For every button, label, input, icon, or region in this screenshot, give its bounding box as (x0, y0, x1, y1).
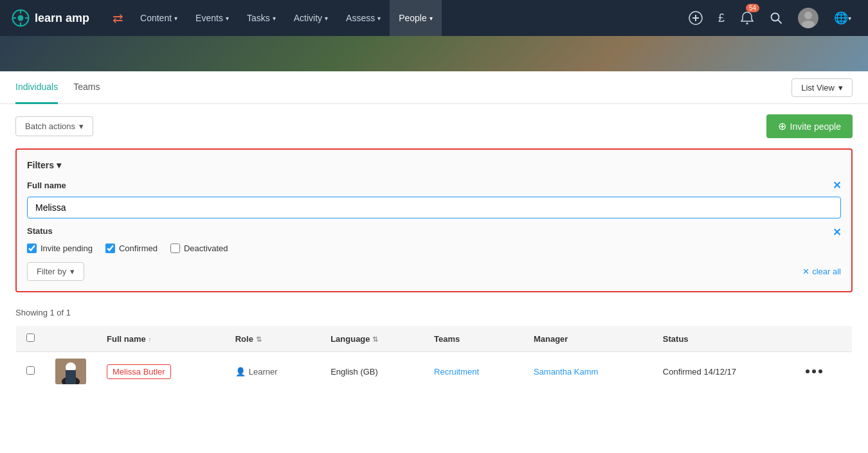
row-checkbox-cell (16, 352, 46, 391)
status-filter: Status ✕ Invite pending Confirmed Deacti… (27, 226, 841, 253)
invite-pending-label[interactable]: Invite pending (27, 244, 93, 253)
full-name-filter: Full name ✕ (27, 179, 841, 218)
batch-actions-button[interactable]: Batch actions ▾ (15, 116, 93, 136)
filters-caret-icon: ▾ (57, 160, 61, 170)
row-teams-cell: Recruitment (424, 352, 523, 391)
clear-all-x-icon: ✕ (802, 267, 809, 276)
tabs-left: Individuals Teams (15, 71, 115, 103)
clear-all-button[interactable]: ✕ clear all (802, 267, 841, 276)
confirmed-label[interactable]: Confirmed (105, 244, 158, 253)
select-all-checkbox[interactable] (26, 333, 35, 342)
list-view-button[interactable]: List View ▾ (791, 78, 853, 97)
svg-rect-17 (66, 370, 76, 384)
avatar[interactable] (791, 0, 825, 36)
brand-name: learn amp (35, 12, 89, 25)
nav-item-activity[interactable]: Activity ▾ (285, 0, 337, 36)
currency-icon[interactable]: £ (712, 0, 731, 36)
table-header-row: Full name ↑ Role ⇅ Language ⇅ Teams Mana… (16, 326, 853, 352)
plus-circle-icon: ⊕ (778, 120, 786, 132)
globe-icon[interactable]: 🌐 ▾ (827, 0, 858, 36)
nav-item-tasks[interactable]: Tasks ▾ (238, 0, 285, 36)
person-name-link[interactable]: Melissa Butler (107, 364, 171, 379)
showing-text: Showing 1 of 1 (15, 303, 853, 325)
notification-badge: 54 (746, 4, 759, 12)
row-select-checkbox[interactable] (26, 366, 35, 375)
action-dot-1 (806, 369, 809, 373)
team-link[interactable]: Recruitment (434, 367, 479, 377)
caret-icon: ▾ (79, 121, 84, 131)
row-manager-cell: Samantha Kamm (523, 352, 653, 391)
language-sort-icon: ⇅ (372, 335, 378, 343)
status-header: Status (653, 326, 795, 352)
role-header[interactable]: Role ⇅ (225, 326, 320, 352)
navbar: learn amp ⇄ Content ▾ Events ▾ Tasks ▾ A… (0, 0, 868, 36)
nav-right: £ 54 🌐 ▾ (682, 0, 858, 36)
invite-people-button[interactable]: ⊕ Invite people (766, 114, 853, 138)
invite-pending-checkbox[interactable] (27, 244, 37, 253)
tabs-bar: Individuals Teams List View ▾ (0, 71, 868, 104)
notifications-icon[interactable]: 54 (734, 0, 761, 36)
svg-point-12 (804, 12, 812, 19)
tab-teams[interactable]: Teams (73, 71, 100, 104)
full-name-label: Full name ✕ (27, 179, 841, 191)
content-area: Individuals Teams List View ▾ Batch acti… (0, 71, 868, 453)
full-name-sort-icon: ↑ (148, 335, 152, 343)
tab-individuals[interactable]: Individuals (15, 71, 58, 104)
filters-header[interactable]: Filters ▾ (27, 160, 841, 170)
role-sort-icon: ⇅ (256, 335, 262, 343)
nav-item-content[interactable]: Content ▾ (131, 0, 186, 36)
brand[interactable]: learn amp (10, 8, 89, 28)
row-actions-menu[interactable] (806, 369, 842, 373)
filter-footer: Filter by ▾ ✕ clear all (27, 262, 841, 281)
status-checkboxes: Invite pending Confirmed Deactivated (27, 244, 841, 253)
full-name-input[interactable] (27, 197, 841, 218)
svg-point-13 (802, 21, 815, 28)
action-dot-3 (818, 369, 822, 373)
confirmed-checkbox[interactable] (105, 244, 115, 253)
table-row: Melissa Butler 👤 Learner English (GB) Re… (16, 352, 853, 391)
row-language-cell: English (GB) (320, 352, 424, 391)
row-avatar-image (55, 359, 86, 384)
person-icon: 👤 (235, 367, 246, 377)
teams-header: Teams (424, 326, 523, 352)
svg-line-11 (778, 20, 781, 23)
table-area: Showing 1 of 1 Full name ↑ Role ⇅ (0, 303, 868, 407)
shuffle-icon[interactable]: ⇄ (105, 0, 131, 36)
svg-point-9 (746, 22, 748, 24)
status-label: Status ✕ (27, 226, 841, 238)
user-avatar (798, 8, 818, 28)
remove-full-name-filter[interactable]: ✕ (833, 179, 841, 191)
remove-status-filter[interactable]: ✕ (833, 226, 841, 238)
manager-link[interactable]: Samantha Kamm (534, 367, 598, 377)
language-header[interactable]: Language ⇅ (320, 326, 424, 352)
full-name-header[interactable]: Full name ↑ (96, 326, 225, 352)
row-name-cell: Melissa Butler (96, 352, 225, 391)
deactivated-label[interactable]: Deactivated (170, 244, 228, 253)
filter-by-caret-icon: ▾ (70, 267, 75, 276)
row-actions-cell (795, 352, 853, 391)
toolbar: Batch actions ▾ ⊕ Invite people (0, 104, 868, 148)
row-avatar-cell (45, 352, 96, 391)
nav-links: Content ▾ Events ▾ Tasks ▾ Activity ▾ As… (131, 0, 682, 36)
search-icon[interactable] (763, 0, 789, 36)
filter-by-button[interactable]: Filter by ▾ (27, 262, 84, 281)
row-role-cell: 👤 Learner (225, 352, 320, 391)
avatar-header (45, 326, 96, 352)
action-dot-2 (812, 369, 816, 373)
actions-header (795, 326, 853, 352)
select-all-header (16, 326, 46, 352)
add-icon[interactable] (682, 0, 709, 36)
svg-point-1 (18, 15, 24, 21)
brand-logo: learn amp (10, 8, 89, 28)
nav-item-people[interactable]: People ▾ (390, 0, 442, 36)
chevron-down-icon: ▾ (838, 83, 843, 93)
row-status-cell: Confirmed 14/12/17 (653, 352, 795, 391)
nav-item-assess[interactable]: Assess ▾ (337, 0, 390, 36)
deactivated-checkbox[interactable] (170, 244, 180, 253)
filters-box: Filters ▾ Full name ✕ Status ✕ Invit (15, 148, 853, 292)
hero-banner (0, 36, 868, 71)
manager-header: Manager (523, 326, 653, 352)
people-table: Full name ↑ Role ⇅ Language ⇅ Teams Mana… (15, 325, 853, 391)
nav-item-events[interactable]: Events ▾ (186, 0, 238, 36)
